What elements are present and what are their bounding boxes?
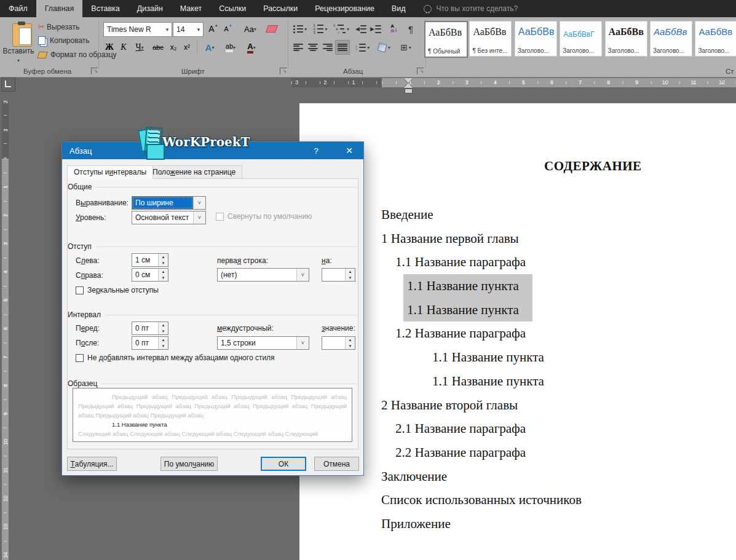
collapsed-by-default-checkbox[interactable]: Свернуты по умолчанию [216,212,312,221]
doc-line-1[interactable]: 1 Название первой главы [299,227,730,251]
justify-button[interactable] [336,41,349,54]
align-left-button[interactable] [291,41,305,54]
paragraph-dialog-launcher[interactable]: ↘ [417,68,424,74]
style-card-4[interactable]: АаБбВвЗаголово... [605,21,647,57]
change-case-button[interactable]: Aa▾ [240,22,261,36]
highlight-color-button[interactable]: ab▾ [220,41,241,54]
doc-line-9[interactable]: 2.1 Название параграфа [299,417,730,441]
spinner-arrows[interactable]: ▲▼ [158,269,168,281]
left-indent-marker[interactable] [405,89,413,93]
style-card-0[interactable]: АаБбВв¶ Обычный [424,21,468,58]
ribbon-tab-1[interactable]: Главная [36,0,83,17]
spacing-before-spinner[interactable]: 0 пт ▲▼ [132,321,168,335]
vertical-ruler[interactable]: 1234567891011121314 [2,159,9,560]
chevron-down-icon[interactable]: ▼ [163,27,172,33]
paste-button[interactable]: Вставить ▾ [4,20,33,68]
chevron-down-icon[interactable]: ▾ [367,45,370,50]
chevron-down-icon[interactable]: ▾ [253,45,256,50]
chevron-down-icon[interactable]: ▾ [347,26,349,32]
indent-left-spinner[interactable]: 1 см ▲▼ [132,253,168,267]
font-size-combo[interactable]: 14▼ [173,22,204,37]
horizontal-ruler-margin[interactable]: 123 [291,78,382,87]
font-name-combo[interactable]: Times New R▼ [103,22,172,37]
chevron-down-icon[interactable]: ▾ [304,26,307,32]
font-color-button[interactable]: А▾ [242,41,261,54]
dialog-close-button[interactable]: ✕ [335,142,363,159]
clear-formatting-button[interactable] [264,22,279,36]
ribbon-tab-7[interactable]: Рецензирование [306,0,383,17]
chevron-down-icon[interactable]: ▾ [212,45,214,50]
chevron-down-icon[interactable]: ▾ [141,45,144,50]
chevron-down-icon[interactable]: ▾ [409,45,411,50]
shrink-font-button[interactable]: А▼ [221,22,235,36]
doc-line-13[interactable]: Приложение [299,512,730,536]
ribbon-tab-3[interactable]: Дизайн [129,0,172,17]
underline-button[interactable]: Ч▾ [132,41,148,54]
show-marks-button[interactable]: ¶ [405,22,417,36]
cancel-button[interactable]: Отмена [314,457,359,471]
text-effects-button[interactable]: А▾ [200,41,219,54]
line-spacing-button[interactable]: ↕▾ [353,41,371,54]
level-combo[interactable]: Основной текст˅ [132,211,206,224]
chevron-down-icon[interactable]: ˅ [193,197,205,209]
numbering-button[interactable]: 123 ▾ [311,22,330,36]
doc-line-8[interactable]: 2 Название второй главы [299,393,730,417]
clipboard-dialog-launcher[interactable]: ↘ [91,68,98,74]
bold-button[interactable]: Ж [103,41,116,54]
italic-button[interactable]: К [118,41,129,54]
ribbon-tab-6[interactable]: Рассылки [255,0,306,17]
superscript-button[interactable]: x² [181,41,193,54]
doc-line-10[interactable]: 2.2 Название параграфа [299,441,730,465]
borders-button[interactable]: ⊞▾ [396,41,416,54]
bullets-button[interactable]: ▾ [291,22,309,36]
shading-button[interactable]: ▾ [375,41,394,54]
spinner-arrows[interactable]: ▲▼ [158,322,168,334]
align-right-button[interactable] [321,41,334,54]
doc-line-7[interactable]: 1.1 Название пункта [299,369,730,393]
doc-line-6[interactable]: 1.1 Название пункта [299,345,730,369]
paste-dropdown-arrow[interactable]: ▾ [17,58,20,63]
chevron-down-icon[interactable]: ▾ [325,26,327,32]
style-card-3[interactable]: АаБбВвГЗаголово... [560,21,602,57]
horizontal-ruler[interactable]: 123456789101112 [382,78,736,87]
first-line-indent-marker[interactable] [404,78,413,83]
ribbon-tab-0[interactable]: Файл [0,0,36,17]
style-card-5[interactable]: АаБбВвЗаголово... [650,21,692,57]
chevron-down-icon[interactable]: ˅ [296,269,309,281]
set-default-button[interactable]: По умолчанию [160,457,218,471]
multilevel-list-button[interactable]: 1ai ▾ [332,22,350,36]
chevron-down-icon[interactable]: ▼ [194,27,203,33]
alignment-combo[interactable]: По ширине˅ [132,196,206,210]
style-card-2[interactable]: АаБбВвЗаголово... [515,21,557,57]
style-card-1[interactable]: АаБбВв¶ Без инте... [469,21,512,57]
tab-stop-selector[interactable] [1,77,15,92]
ok-button[interactable]: ОК [261,457,306,471]
chevron-down-icon[interactable]: ˅ [193,211,205,224]
document-text[interactable]: Введение1 Название первой главы1.1 Назва… [299,203,730,536]
ribbon-tab-8[interactable]: Вид [383,0,414,17]
strikethrough-button[interactable]: abc [150,41,166,54]
spinner-arrows[interactable]: ▲▼ [158,337,168,349]
doc-line-11[interactable]: Заключение [299,465,730,489]
document-heading[interactable]: СОДЕРЖАНИЕ [544,159,642,174]
align-center-button[interactable] [306,41,320,54]
vertical-ruler-margin[interactable]: 12 [2,101,9,159]
spinner-arrows[interactable]: ▲▼ [345,269,355,281]
ribbon-tab-4[interactable]: Макет [172,0,210,17]
no-space-same-style-checkbox[interactable]: Не добавлять интервал между абзацами одн… [76,353,275,362]
chevron-down-icon[interactable]: ˅ [296,337,309,349]
at-spinner[interactable]: ▲▼ [322,336,355,350]
doc-line-2[interactable]: 1.1 Название параграфа [299,250,730,274]
hanging-indent-marker[interactable] [404,83,413,88]
first-line-combo[interactable]: (нет)˅ [217,268,309,282]
indent-right-spinner[interactable]: 0 см ▲▼ [132,268,168,282]
tab-indents-spacing[interactable]: Отступы и интервалы [67,165,153,179]
sort-button[interactable]: АЯ ↓ [386,22,402,36]
by-spinner[interactable]: ▲▼ [322,268,355,282]
doc-line-5[interactable]: 1.2 Название параграфа [299,321,730,345]
chevron-down-icon[interactable]: ▾ [388,45,390,50]
doc-line-12[interactable]: Список использованных источников [299,488,730,512]
font-dialog-launcher[interactable]: ↘ [280,68,287,74]
doc-line-4[interactable]: 1.1 Название пункта [299,298,730,322]
line-spacing-combo[interactable]: 1,5 строки˅ [217,336,309,350]
